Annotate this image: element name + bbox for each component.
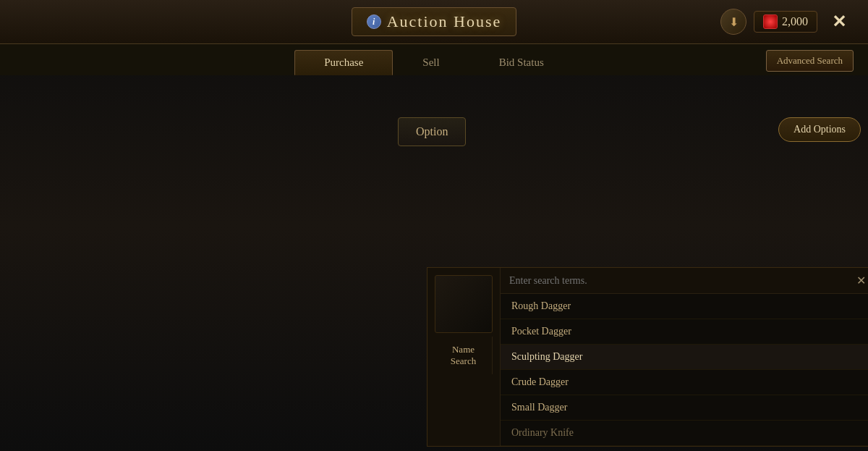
close-button[interactable]: ✕ [825,7,854,36]
download-button[interactable]: ⬇ [720,9,746,35]
advanced-search-button[interactable]: Advanced Search [766,50,854,72]
search-result-0[interactable]: Rough Dagger [501,294,868,319]
search-result-2[interactable]: Sculpting Dagger [501,345,868,370]
tab-sell[interactable]: Sell [393,50,469,75]
gem-icon [763,14,778,29]
auction-house-title: Auction House [387,12,502,31]
name-search-input[interactable] [509,275,851,287]
add-options-button[interactable]: Add Options [778,117,861,142]
currency-display: 2,000 [754,11,817,33]
name-search-label: Name Search [435,337,493,374]
item-thumbnail [435,275,493,333]
right-panel: Option Add Options Name Search [391,110,868,447]
currency-amount: 2,000 [782,15,808,28]
name-search-container: Name Search ✕ Rough Dagger Pocket Dagger [427,268,868,446]
option-button[interactable]: Option [398,117,466,146]
search-result-4[interactable]: Small Dagger [501,395,868,421]
search-result-5[interactable]: Ordinary Knife [501,421,868,446]
header: i Auction House ⬇ 2,000 ✕ [0,0,868,44]
search-result-1[interactable]: Pocket Dagger [501,319,868,345]
search-result-3[interactable]: Crude Dagger [501,370,868,395]
name-search-area: Name Search ✕ Rough Dagger Pocket Dagger [427,267,868,447]
name-search-header: ✕ [501,268,868,294]
header-right: ⬇ 2,000 ✕ [720,7,854,36]
search-close-button[interactable]: ✕ [856,274,866,287]
tab-bid-status[interactable]: Bid Status [469,50,574,75]
search-dropdown: Rough Dagger Pocket Dagger Sculpting Dag… [501,294,868,446]
tab-purchase[interactable]: Purchase [294,50,393,75]
info-icon: i [367,14,381,29]
tabs-bar: Purchase Sell Bid Status Advanced Search [0,44,868,75]
title-wrap: i Auction House [352,7,517,36]
